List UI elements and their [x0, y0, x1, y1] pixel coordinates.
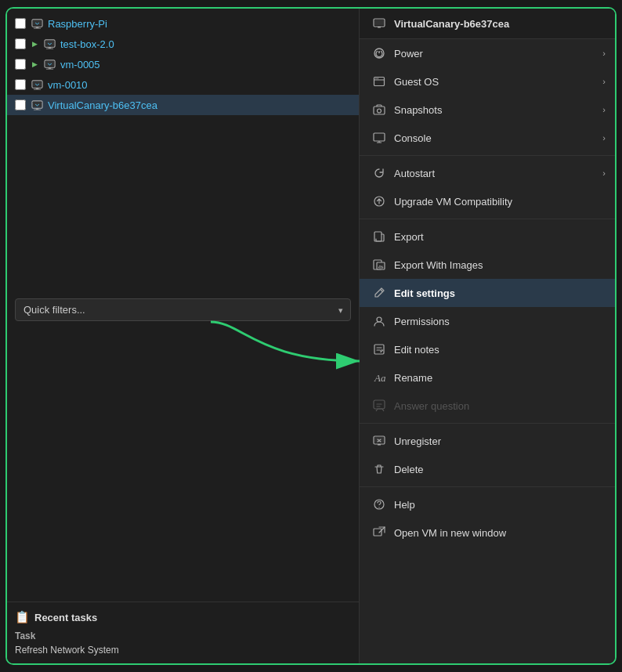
autostart-icon [372, 166, 386, 180]
monitor-icon [372, 131, 386, 145]
svg-rect-40 [374, 437, 384, 443]
svg-rect-23 [378, 27, 381, 28]
svg-rect-15 [33, 89, 40, 89]
window-icon [372, 74, 386, 89]
svg-rect-19 [33, 109, 40, 110]
submenu-arrow-icon: › [602, 49, 606, 58]
vm-icon [31, 78, 43, 91]
vm-name-raspberry-pi: Raspberry-Pi [48, 18, 107, 30]
clipboard-icon: 📋 [15, 610, 30, 624]
vm-icon [43, 58, 56, 70]
vm-item-vm-0005[interactable]: ▶ vm-0005 [7, 54, 359, 74]
menu-label-help: Help [394, 499, 606, 511]
svg-point-27 [378, 78, 378, 79]
menu-label-unregister: Unregister [394, 435, 606, 447]
submenu-arrow-icon: › [602, 77, 606, 86]
svg-rect-6 [48, 47, 51, 48]
svg-rect-10 [48, 67, 51, 68]
svg-rect-18 [35, 108, 38, 109]
vm-name-test-box-2: test-box-2.0 [60, 38, 114, 50]
menu-item-export[interactable]: Export [360, 222, 617, 251]
vm-icon [43, 38, 56, 50]
svg-rect-32 [374, 232, 382, 241]
menu-label-answer: Answer question [394, 400, 606, 412]
menu-item-upgrade[interactable]: Upgrade VM Compatibility [360, 187, 617, 215]
menu-label-snapshots: Snapshots [394, 104, 595, 116]
edit-icon [372, 286, 386, 300]
help-icon [372, 497, 386, 511]
svg-rect-2 [35, 27, 38, 27]
vm-checkbox-virtualcanary[interactable] [15, 99, 26, 110]
menu-item-help[interactable]: Help [360, 490, 617, 518]
menu-item-open-new-window[interactable]: Open VM in new window [360, 518, 617, 547]
svg-rect-44 [374, 529, 382, 536]
menu-item-rename[interactable]: AaRename [360, 363, 617, 392]
menu-label-edit-notes: Edit notes [394, 344, 606, 356]
quick-filter-select[interactable]: Quick filters... Running Stopped Suspend… [15, 298, 351, 321]
menu-item-guestos[interactable]: Guest OS› [360, 67, 617, 96]
svg-rect-7 [45, 48, 52, 49]
vm-name-vm-0010: vm-0010 [48, 79, 88, 91]
vm-checkbox-vm-0005[interactable] [15, 59, 26, 70]
menu-label-rename: Rename [394, 372, 606, 384]
context-menu-title: VirtualCanary-b6e37cea [394, 18, 606, 30]
task-column-header: Task [15, 630, 351, 641]
permissions-icon [372, 314, 386, 328]
vm-icon [31, 17, 43, 30]
menu-item-edit-notes[interactable]: Edit notes [360, 335, 617, 363]
menu-separator-sep1 [360, 155, 617, 156]
menu-label-power: Power [394, 48, 595, 60]
vm-name-vm-0005: vm-0005 [60, 59, 100, 70]
export-icon [372, 229, 386, 244]
menu-label-permissions: Permissions [394, 316, 606, 327]
vm-item-vm-0010[interactable]: vm-0010 [7, 74, 359, 95]
vm-item-test-box-2[interactable]: ▶ test-box-2.0 [7, 34, 359, 54]
menu-item-snapshots[interactable]: Snapshots› [360, 96, 617, 124]
context-menu-header: VirtualCanary-b6e37cea [360, 9, 617, 39]
menu-item-unregister[interactable]: Unregister [360, 427, 617, 455]
svg-point-26 [375, 78, 376, 79]
unregister-icon [372, 434, 386, 448]
left-panel: Raspberry-Pi▶ test-box-2.0▶ vm-0005 vm-0… [7, 9, 360, 663]
svg-rect-11 [45, 68, 52, 69]
menu-label-upgrade: Upgrade VM Compatibility [394, 196, 606, 208]
menu-label-export-images: Export With Images [394, 259, 606, 271]
menu-item-edit-settings[interactable]: Edit settings [360, 279, 617, 307]
menu-item-export-images[interactable]: Export With Images [360, 251, 617, 279]
menu-label-export: Export [394, 231, 606, 243]
svg-text:Aa: Aa [374, 372, 385, 384]
answer-icon [372, 399, 386, 413]
svg-rect-34 [377, 262, 385, 269]
vm-item-virtualcanary[interactable]: VirtualCanary-b6e37cea [7, 95, 359, 115]
upgrade-icon [372, 194, 386, 208]
menu-label-delete: Delete [394, 464, 606, 475]
menu-label-edit-settings: Edit settings [394, 287, 606, 299]
menu-item-console[interactable]: Console› [360, 124, 617, 152]
vm-icon [31, 99, 43, 111]
vm-checkbox-vm-0010[interactable] [15, 79, 26, 90]
submenu-arrow-icon: › [602, 105, 606, 114]
power-icon [372, 46, 386, 60]
menu-item-delete[interactable]: Delete [360, 455, 617, 483]
menu-item-power[interactable]: Power› [360, 39, 617, 67]
vm-checkbox-raspberry-pi[interactable] [15, 18, 26, 29]
play-icon: ▶ [31, 60, 38, 68]
vm-item-raspberry-pi[interactable]: Raspberry-Pi [7, 13, 359, 34]
menu-item-autostart[interactable]: Autostart› [360, 159, 617, 187]
svg-rect-41 [378, 444, 381, 446]
menu-label-open-new-window: Open VM in new window [394, 527, 606, 539]
menu-separator-sep2 [360, 219, 617, 219]
task-row: Refresh Network System [15, 645, 351, 656]
play-icon: ▶ [31, 40, 38, 48]
export-img-icon [372, 258, 386, 272]
submenu-arrow-icon: › [602, 168, 606, 178]
menu-label-autostart: Autostart [394, 168, 595, 179]
menu-item-permissions[interactable]: Permissions [360, 307, 617, 335]
menu-separator-sep3 [360, 423, 617, 424]
vm-name-virtualcanary: VirtualCanary-b6e37cea [48, 99, 157, 111]
camera-icon [372, 103, 386, 117]
vm-checkbox-test-box-2[interactable] [15, 38, 26, 49]
menu-label-guestos: Guest OS [394, 76, 595, 88]
delete-icon [372, 462, 386, 476]
svg-point-29 [378, 109, 382, 113]
